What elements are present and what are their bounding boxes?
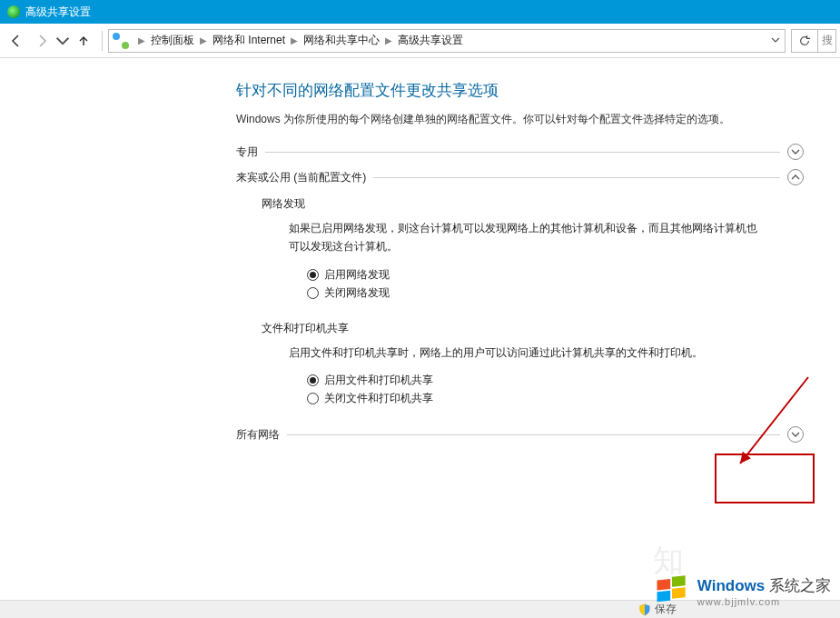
- svg-line-0: [740, 377, 808, 464]
- svg-rect-1: [657, 579, 670, 591]
- radio-icon: [307, 393, 319, 404]
- page-title: 针对不同的网络配置文件更改共享选项: [236, 80, 804, 101]
- chevron-up-icon[interactable]: [787, 169, 804, 185]
- file-printer-description: 启用文件和打印机共享时，网络上的用户可以访问通过此计算机共享的文件和打印机。: [289, 344, 761, 362]
- network-discovery-description: 如果已启用网络发现，则这台计算机可以发现网络上的其他计算机和设备，而且其他网络计…: [289, 219, 761, 256]
- shield-icon: [638, 603, 651, 616]
- svg-rect-2: [672, 575, 686, 587]
- section-private[interactable]: 专用: [236, 144, 804, 160]
- radio-enable-discovery[interactable]: 启用网络发现: [307, 267, 804, 283]
- app-icon: [7, 5, 20, 18]
- divider: [373, 177, 780, 178]
- divider: [265, 152, 780, 153]
- subsection-file-printer: 文件和打印机共享: [262, 321, 804, 336]
- refresh-button[interactable]: [791, 29, 818, 53]
- radio-disable-file-print[interactable]: 关闭文件和打印机共享: [307, 391, 804, 406]
- chevron-down-icon[interactable]: [787, 144, 804, 160]
- section-label: 来宾或公用 (当前配置文件): [236, 170, 366, 185]
- page-description: Windows 为你所使用的每个网络创建单独的网络配置文件。你可以针对每个配置文…: [236, 112, 804, 127]
- window-title: 高级共享设置: [25, 5, 91, 20]
- chevron-right-icon: ▶: [287, 35, 301, 45]
- window-titlebar: 高级共享设置: [0, 0, 840, 24]
- subsection-network-discovery: 网络发现: [262, 196, 804, 212]
- up-button[interactable]: [71, 28, 96, 54]
- chevron-right-icon: ▶: [134, 35, 149, 45]
- divider: [287, 434, 780, 435]
- windows-logo-icon: [652, 571, 692, 611]
- radio-enable-file-print[interactable]: 启用文件和打印机共享: [307, 373, 804, 388]
- section-label: 专用: [236, 145, 258, 160]
- svg-rect-3: [657, 591, 670, 603]
- navigation-bar: ▶ 控制面板 ▶ 网络和 Internet ▶ 网络和共享中心 ▶ 高级共享设置…: [0, 24, 840, 58]
- address-bar[interactable]: ▶ 控制面板 ▶ 网络和 Internet ▶ 网络和共享中心 ▶ 高级共享设置: [108, 29, 786, 53]
- control-panel-icon: [113, 33, 129, 49]
- chevron-right-icon: ▶: [196, 35, 211, 45]
- recent-dropdown[interactable]: [54, 28, 71, 54]
- radio-icon: [307, 269, 319, 281]
- section-label: 所有网络: [236, 427, 280, 443]
- forward-button[interactable]: [29, 28, 54, 54]
- address-dropdown[interactable]: [766, 35, 785, 47]
- content-pane: 针对不同的网络配置文件更改共享选项 Windows 为你所使用的每个网络创建单独…: [0, 58, 840, 600]
- annotation-arrow: [731, 373, 813, 473]
- radio-icon: [307, 374, 319, 386]
- breadcrumb-item[interactable]: 网络和 Internet: [211, 33, 287, 48]
- search-input[interactable]: 搜: [818, 29, 836, 53]
- radio-disable-discovery[interactable]: 关闭网络发现: [307, 285, 804, 301]
- breadcrumb-item[interactable]: 网络和共享中心: [301, 33, 381, 48]
- section-guest-public[interactable]: 来宾或公用 (当前配置文件): [236, 169, 804, 185]
- chevron-right-icon: ▶: [381, 35, 396, 45]
- network-discovery-options: 启用网络发现 关闭网络发现: [307, 267, 804, 301]
- divider: [102, 31, 103, 51]
- section-all-networks[interactable]: 所有网络: [236, 426, 804, 443]
- svg-rect-4: [672, 587, 686, 599]
- back-button[interactable]: [4, 28, 29, 54]
- site-watermark: Windows 系统之家 www.bjjmlv.com: [652, 571, 831, 611]
- file-printer-options: 启用文件和打印机共享 关闭文件和打印机共享: [307, 373, 804, 406]
- breadcrumb-item[interactable]: 高级共享设置: [396, 33, 465, 48]
- radio-icon: [307, 287, 319, 299]
- breadcrumb-item[interactable]: 控制面板: [149, 33, 196, 48]
